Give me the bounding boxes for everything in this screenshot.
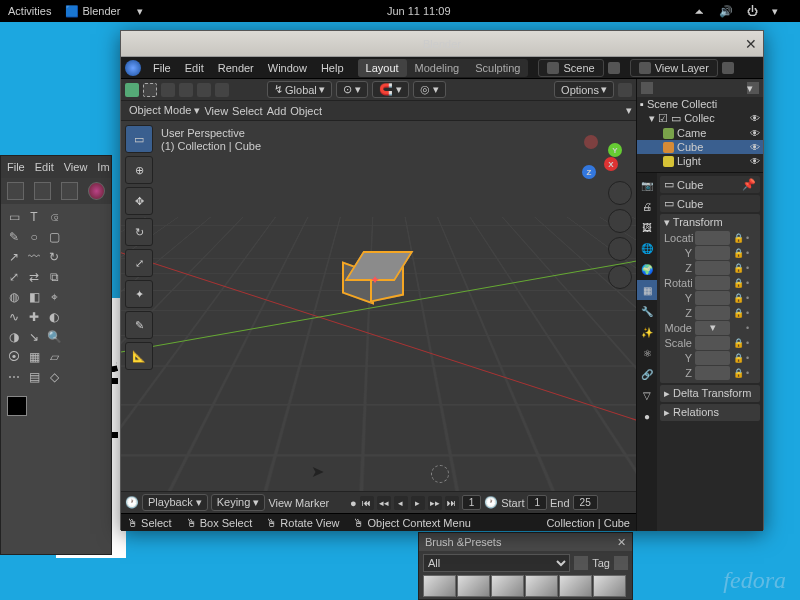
save-icon[interactable] xyxy=(61,182,78,200)
select-icon[interactable] xyxy=(161,83,175,97)
transform-tool-icon[interactable]: ✦ xyxy=(125,280,153,308)
timeline-marker[interactable]: Marker xyxy=(295,497,329,509)
ellipse-tool-icon[interactable]: ○ xyxy=(25,228,43,246)
start-frame-field[interactable]: 1 xyxy=(527,495,547,510)
rot-y-field[interactable] xyxy=(695,291,730,305)
prop-tab-physics-icon[interactable]: ⚛ xyxy=(637,343,657,363)
default-cube[interactable]: ✦ xyxy=(346,251,402,299)
jump-end-icon[interactable]: ⏭ xyxy=(445,496,459,510)
scene-selector[interactable]: Scene xyxy=(538,59,603,77)
camera-icon[interactable] xyxy=(608,237,632,261)
rot-mode-field[interactable]: ▾ xyxy=(695,321,730,335)
outliner-scene[interactable]: ▪ Scene Collecti xyxy=(637,97,763,111)
outliner-item-cube[interactable]: Cube👁 xyxy=(637,140,763,154)
move-tool-icon[interactable]: ▭ xyxy=(5,208,23,226)
cursor-tool-icon[interactable] xyxy=(143,83,157,97)
prop-tab-modifier-icon[interactable]: 🔧 xyxy=(637,301,657,321)
dropdown-icon[interactable]: ▾ xyxy=(772,5,778,18)
lock-icon[interactable]: 🔒 xyxy=(733,338,743,348)
smudge-tool-icon[interactable]: ∿ xyxy=(5,308,23,326)
gimp-menu-image[interactable]: Im xyxy=(97,161,109,173)
lasso-tool-icon[interactable]: ⟃ xyxy=(45,208,63,226)
brush-thumb[interactable] xyxy=(423,575,456,597)
zoom-tool-icon[interactable]: 🔍 xyxy=(45,328,63,346)
clock[interactable]: Jun 11 11:09 xyxy=(387,5,451,17)
network-icon[interactable]: ⏶ xyxy=(694,5,705,17)
keying-dropdown[interactable]: Keying ▾ xyxy=(211,494,266,511)
jump-start-icon[interactable]: ⏮ xyxy=(360,496,374,510)
flip-tool-icon[interactable]: ⇄ xyxy=(25,268,43,286)
tab-sculpting[interactable]: Sculpting xyxy=(467,59,528,77)
gizmo-neg-x[interactable] xyxy=(584,135,598,149)
current-frame-field[interactable]: 1 xyxy=(462,495,482,510)
end-frame-field[interactable]: 25 xyxy=(573,495,598,510)
brush-thumb[interactable] xyxy=(559,575,592,597)
rot-z-field[interactable] xyxy=(695,306,730,320)
brush-thumb[interactable] xyxy=(457,575,490,597)
new-icon[interactable] xyxy=(7,182,24,200)
lock-icon[interactable]: 🔒 xyxy=(733,353,743,363)
lock-icon[interactable]: 🔒 xyxy=(733,263,743,273)
activities-button[interactable]: Activities xyxy=(8,5,51,17)
brush-filter-select[interactable]: All xyxy=(423,554,570,572)
lock-icon[interactable]: 🔒 xyxy=(733,248,743,258)
crop-tool-icon[interactable]: ⧉ xyxy=(45,268,63,286)
prop-tab-data-icon[interactable]: ▽ xyxy=(637,385,657,405)
eye-icon[interactable]: 👁 xyxy=(750,142,760,153)
outliner-collection[interactable]: ▾ ☑ ▭ Collec👁 xyxy=(637,111,763,126)
gimp-menu-file[interactable]: File xyxy=(7,161,25,173)
gimp-menu-edit[interactable]: Edit xyxy=(35,161,54,173)
select4-icon[interactable] xyxy=(215,83,229,97)
menu-render[interactable]: Render xyxy=(212,59,260,77)
dodge-tool-icon[interactable]: ◑ xyxy=(5,328,23,346)
rotate-tool-icon[interactable]: ↻ xyxy=(125,218,153,246)
vp-menu-select[interactable]: Select xyxy=(232,105,263,117)
misc3-tool-icon[interactable]: ◇ xyxy=(45,368,63,386)
dropdown-icon[interactable] xyxy=(614,556,628,570)
play-rev-icon[interactable]: ◂ xyxy=(394,496,408,510)
playback-dropdown[interactable]: Playback ▾ xyxy=(142,494,208,511)
proportional-dropdown[interactable]: ◎ ▾ xyxy=(413,81,446,98)
cursor-tool-icon[interactable]: ⊕ xyxy=(125,156,153,184)
editor-type-icon[interactable] xyxy=(125,83,139,97)
eye-icon[interactable]: 👁 xyxy=(750,113,760,124)
prev-key-icon[interactable]: ◂◂ xyxy=(377,496,391,510)
vp-menu-view[interactable]: View xyxy=(204,105,228,117)
loc-x-field[interactable] xyxy=(695,231,730,245)
tab-layout[interactable]: Layout xyxy=(358,59,407,77)
menu-help[interactable]: Help xyxy=(315,59,350,77)
scale-z-field[interactable] xyxy=(695,366,730,380)
vp-menu-object[interactable]: Object xyxy=(290,105,322,117)
lock-icon[interactable]: 🔒 xyxy=(733,308,743,318)
select3-icon[interactable] xyxy=(197,83,211,97)
lock-icon[interactable]: 🔒 xyxy=(733,293,743,303)
brush-thumb[interactable] xyxy=(491,575,524,597)
viewlayer-selector[interactable]: View Layer xyxy=(630,59,718,77)
tab-modeling[interactable]: Modeling xyxy=(407,59,468,77)
menu-edit[interactable]: Edit xyxy=(179,59,210,77)
new-scene-icon[interactable] xyxy=(608,62,620,74)
relations-panel[interactable]: ▸ Relations xyxy=(660,404,760,421)
gizmo-x[interactable]: X xyxy=(604,157,618,171)
prop-tab-view-icon[interactable]: 🖼 xyxy=(637,217,657,237)
gizmo-z[interactable]: Z xyxy=(582,165,596,179)
outliner-icon[interactable] xyxy=(641,82,653,94)
eye-icon[interactable]: 👁 xyxy=(750,128,760,139)
misc2-tool-icon[interactable]: ▤ xyxy=(25,368,43,386)
measure-tool-icon[interactable]: 📐 xyxy=(125,342,153,370)
clone-tool-icon[interactable]: ⌖ xyxy=(45,288,63,306)
new-layer-icon[interactable] xyxy=(722,62,734,74)
prop-tab-scene-icon[interactable]: 🌐 xyxy=(637,238,657,258)
clock-icon[interactable]: 🕐 xyxy=(484,496,498,509)
timeline-editor-icon[interactable]: 🕐 xyxy=(125,496,139,509)
prop-tab-object-icon[interactable]: ▦ xyxy=(637,280,657,300)
close-icon[interactable]: ✕ xyxy=(617,536,626,549)
prop-tab-particles-icon[interactable]: ✨ xyxy=(637,322,657,342)
measure-tool-icon[interactable]: ↘ xyxy=(25,328,43,346)
light-object-icon[interactable] xyxy=(431,465,449,483)
blender-logo-icon[interactable] xyxy=(125,60,141,76)
orientation-dropdown[interactable]: ↯ Global ▾ xyxy=(267,81,332,98)
select2-icon[interactable] xyxy=(179,83,193,97)
scale-tool-icon[interactable]: ⤢ xyxy=(125,249,153,277)
outliner-item-camera[interactable]: Came👁 xyxy=(637,126,763,140)
